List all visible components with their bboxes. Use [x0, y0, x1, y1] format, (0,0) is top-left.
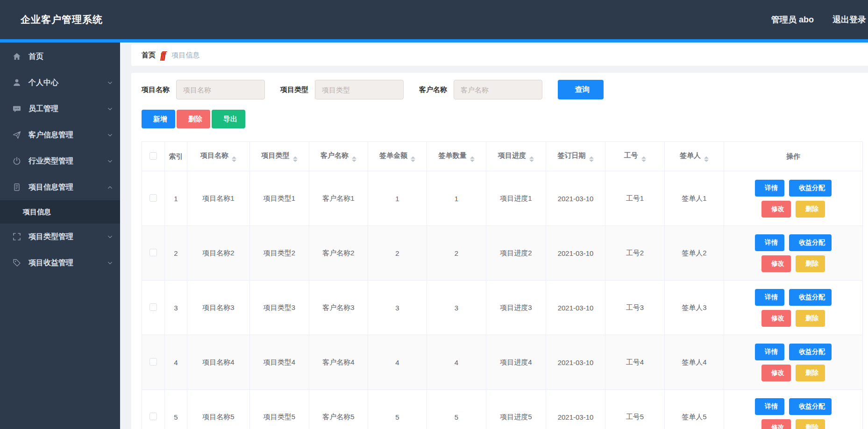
table-header-row: 索引项目名称项目类型客户名称签单金额签单数量项目进度签订日期工号签单人操作 — [142, 142, 863, 171]
sidebar: 首页个人中心员工管理客户信息管理行业类型管理项目信息管理项目信息项目类型管理项目… — [0, 42, 120, 429]
cell-index: 4 — [165, 335, 187, 390]
sidebar-menu: 首页个人中心员工管理客户信息管理行业类型管理项目信息管理项目信息项目类型管理项目… — [0, 43, 120, 276]
sidebar-item-project-info-management[interactable]: 项目信息管理 — [0, 174, 120, 200]
breadcrumb: 首页 fff 项目信息 — [131, 44, 868, 66]
edit-button[interactable]: 修改 — [761, 365, 791, 381]
cell-type: 项目类型5 — [250, 390, 309, 429]
row-checkbox[interactable] — [149, 194, 157, 202]
income-distribution-button[interactable]: 收益分配 — [789, 180, 832, 197]
cell-index: 1 — [165, 171, 187, 226]
cell-job_no: 工号4 — [605, 335, 665, 390]
table-row: 5项目名称5项目类型5客户名称555项目进度52021-03-10工号5签单人5… — [142, 390, 863, 429]
cell-actions: 详情 收益分配 修改 删除 — [724, 390, 863, 429]
topbar-right: 管理员 abo 退出登录 — [771, 14, 866, 25]
cell-type: 项目类型2 — [250, 226, 309, 281]
cell-customer: 客户名称3 — [309, 281, 368, 335]
row-checkbox[interactable] — [149, 358, 157, 366]
edit-button[interactable]: 修改 — [761, 419, 791, 429]
income-distribution-button[interactable]: 收益分配 — [789, 398, 832, 415]
row-delete-button[interactable]: 删除 — [796, 310, 825, 327]
edit-button[interactable]: 修改 — [761, 201, 791, 218]
sort-caret-icon — [293, 156, 298, 162]
cell-actions: 详情 收益分配 修改 删除 — [724, 281, 863, 335]
edit-button[interactable]: 修改 — [761, 310, 791, 327]
cell-index: 2 — [165, 226, 187, 281]
detail-button[interactable]: 详情 — [755, 289, 784, 306]
customer-name-input[interactable] — [454, 80, 542, 99]
row-delete-button[interactable]: 删除 — [796, 365, 825, 381]
row-checkbox[interactable] — [149, 413, 157, 420]
cell-select — [142, 281, 165, 335]
sidebar-subitem-project-info[interactable]: 项目信息 — [0, 200, 120, 224]
delete-button[interactable]: 删除 — [177, 110, 210, 128]
cell-customer: 客户名称4 — [309, 335, 368, 390]
row-checkbox[interactable] — [149, 249, 157, 256]
cell-signer: 签单人5 — [665, 390, 724, 429]
cell-amount: 5 — [368, 390, 427, 429]
project-type-input[interactable] — [315, 80, 404, 99]
chat-icon — [12, 104, 21, 113]
sidebar-item-home[interactable]: 首页 — [0, 43, 120, 70]
sidebar-item-project-type-management[interactable]: 项目类型管理 — [0, 224, 120, 250]
column-header-index: 索引 — [165, 142, 187, 171]
cell-customer: 客户名称2 — [309, 226, 368, 281]
cell-quantity: 2 — [427, 226, 486, 281]
column-header-name[interactable]: 项目名称 — [187, 142, 250, 171]
column-header-customer[interactable]: 客户名称 — [309, 142, 368, 171]
cell-select — [142, 171, 165, 226]
income-distribution-button[interactable]: 收益分配 — [789, 344, 832, 360]
column-header-signer[interactable]: 签单人 — [665, 142, 724, 171]
sort-caret-icon — [232, 156, 236, 162]
export-button[interactable]: 导出 — [212, 110, 245, 128]
column-header-progress[interactable]: 项目进度 — [486, 142, 546, 171]
breadcrumb-current: 项目信息 — [171, 51, 199, 60]
sidebar-item-staff-management[interactable]: 员工管理 — [0, 96, 120, 122]
cell-date: 2021-03-10 — [546, 171, 605, 226]
sidebar-item-profile[interactable]: 个人中心 — [0, 70, 120, 96]
logout-link[interactable]: 退出登录 — [832, 14, 866, 25]
row-delete-button[interactable]: 删除 — [796, 201, 825, 218]
income-distribution-button[interactable]: 收益分配 — [789, 289, 832, 306]
row-delete-button[interactable]: 删除 — [796, 255, 825, 272]
sort-caret-icon — [589, 156, 594, 162]
income-distribution-button[interactable]: 收益分配 — [789, 234, 832, 251]
detail-button[interactable]: 详情 — [755, 234, 784, 251]
detail-button[interactable]: 详情 — [755, 398, 784, 415]
select-all-checkbox[interactable] — [149, 152, 157, 160]
sort-caret-icon — [470, 156, 475, 162]
column-header-job_no[interactable]: 工号 — [605, 142, 665, 171]
cell-quantity: 1 — [427, 171, 486, 226]
row-checkbox[interactable] — [149, 303, 157, 311]
sidebar-item-industry-type-management[interactable]: 行业类型管理 — [0, 148, 120, 174]
chevron-down-icon — [107, 260, 114, 267]
cell-customer: 客户名称5 — [309, 390, 368, 429]
cell-date: 2021-03-10 — [546, 390, 605, 429]
add-button[interactable]: 新增 — [142, 110, 175, 128]
detail-button[interactable]: 详情 — [755, 180, 784, 197]
sort-caret-icon — [411, 156, 415, 162]
sidebar-item-customer-info-management[interactable]: 客户信息管理 — [0, 122, 120, 148]
query-button[interactable]: 查询 — [558, 80, 604, 99]
chevron-down-icon — [107, 79, 114, 86]
cell-job_no: 工号2 — [605, 226, 665, 281]
table-body: 1项目名称1项目类型1客户名称111项目进度12021-03-10工号1签单人1… — [142, 171, 863, 429]
breadcrumb-home[interactable]: 首页 — [142, 51, 156, 60]
column-header-quantity[interactable]: 签单数量 — [427, 142, 486, 171]
project-name-input[interactable] — [176, 80, 265, 99]
project-type-label: 项目类型 — [280, 85, 308, 94]
project-name-label: 项目名称 — [142, 85, 170, 94]
column-header-type[interactable]: 项目类型 — [250, 142, 309, 171]
search-field-project-name: 项目名称 — [142, 80, 265, 99]
column-header-date[interactable]: 签订日期 — [546, 142, 605, 171]
detail-button[interactable]: 详情 — [755, 344, 784, 360]
search-field-project-type: 项目类型 — [280, 80, 404, 99]
admin-user-link[interactable]: 管理员 abo — [771, 14, 814, 25]
main-content: 首页 fff 项目信息 项目名称项目类型客户名称 查询 新增 删除 — [120, 42, 868, 429]
edit-button[interactable]: 修改 — [761, 255, 791, 272]
power-icon — [12, 156, 21, 166]
cell-actions: 详情 收益分配 修改 删除 — [724, 171, 863, 226]
row-delete-button[interactable]: 删除 — [796, 419, 825, 429]
cell-select — [142, 390, 165, 429]
sidebar-item-project-income-management[interactable]: 项目收益管理 — [0, 250, 120, 276]
column-header-amount[interactable]: 签单金额 — [368, 142, 427, 171]
